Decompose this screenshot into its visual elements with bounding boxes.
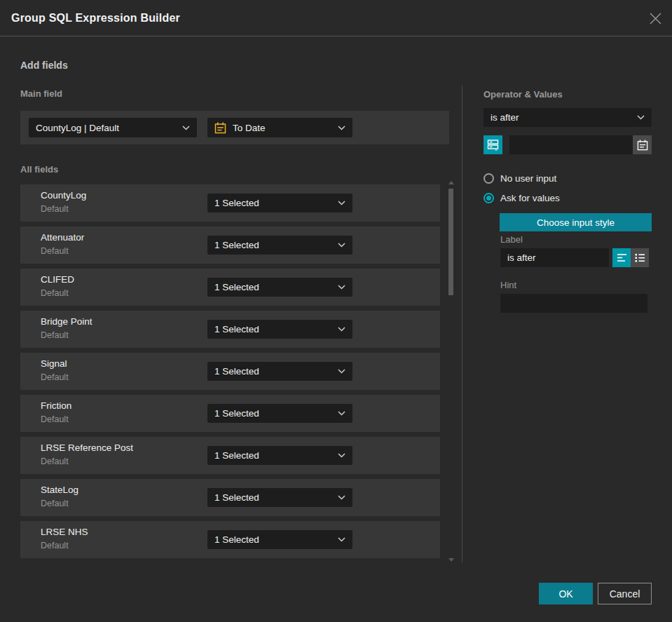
hint-input[interactable]	[500, 294, 647, 313]
field-subtitle: Default	[41, 541, 69, 550]
field-selected-dropdown[interactable]: 1 Selected	[207, 488, 352, 507]
chevron-down-icon	[338, 537, 345, 542]
close-button[interactable]	[645, 8, 665, 28]
radio-label: Ask for values	[500, 193, 560, 203]
radio-circle-icon	[484, 173, 494, 184]
all-fields-label: All fields	[20, 164, 58, 175]
chevron-down-icon	[338, 201, 345, 205]
chevron-down-icon	[182, 126, 190, 130]
field-selected-dropdown[interactable]: 1 Selected	[207, 320, 352, 339]
field-row: LRSE NHS Default 1 Selected	[20, 521, 440, 558]
ok-button[interactable]: OK	[539, 583, 593, 604]
date-picker-button[interactable]	[633, 135, 652, 154]
radio-no-user-input[interactable]: No user input	[484, 172, 556, 184]
chevron-down-icon	[338, 126, 345, 130]
label-field-label: Label	[500, 234, 523, 245]
chevron-down-icon	[338, 495, 345, 500]
close-icon	[650, 13, 661, 25]
field-selected-dropdown[interactable]: 1 Selected	[207, 362, 352, 381]
list-icon	[635, 253, 645, 262]
field-row: StateLog Default 1 Selected	[20, 479, 440, 516]
field-name: CLIFED	[41, 274, 74, 285]
field-selected-dropdown[interactable]: 1 Selected	[207, 236, 352, 255]
hint-field-label: Hint	[500, 280, 516, 290]
fields-list-scrollbar[interactable]	[448, 180, 455, 563]
field-row: LRSE Reference Post Default 1 Selected	[20, 437, 440, 474]
group-sql-expression-builder-dialog: Group SQL Expression Builder Add fields …	[0, 0, 672, 622]
field-subtitle: Default	[41, 414, 69, 424]
chevron-down-icon	[637, 115, 645, 120]
value-input[interactable]	[509, 135, 652, 154]
field-subtitle: Default	[41, 499, 69, 508]
panel-divider	[462, 86, 462, 562]
field-row: Attenuator Default 1 Selected	[20, 227, 440, 264]
field-selected-value: 1 Selected	[214, 198, 338, 208]
field-selected-value: 1 Selected	[214, 534, 338, 545]
field-subtitle: Default	[41, 330, 69, 340]
field-selected-value: 1 Selected	[214, 366, 338, 377]
field-subtitle: Default	[41, 457, 69, 466]
operator-dropdown-value: is after	[491, 112, 637, 123]
dialog-title: Group SQL Expression Builder	[11, 0, 180, 36]
choose-input-style-button[interactable]: Choose input style	[500, 213, 652, 231]
field-selected-value: 1 Selected	[214, 408, 338, 419]
main-date-dropdown[interactable]: To Date	[207, 118, 352, 137]
main-field-dropdown-value: CountyLog | Default	[36, 123, 182, 133]
chevron-down-icon	[338, 285, 345, 290]
scrollbar-thumb[interactable]	[448, 189, 453, 295]
add-fields-heading: Add fields	[20, 60, 68, 71]
align-left-icon	[617, 253, 627, 262]
main-date-dropdown-value: To Date	[233, 123, 338, 133]
operator-dropdown[interactable]: is after	[484, 108, 652, 127]
field-row: CLIFED Default 1 Selected	[20, 269, 440, 306]
list-style-button[interactable]	[631, 248, 649, 267]
field-subtitle: Default	[41, 372, 69, 382]
field-row: CountyLog Default 1 Selected	[20, 184, 440, 222]
field-name: Attenuator	[41, 232, 84, 243]
calendar-icon	[637, 140, 648, 151]
field-name: CountyLog	[41, 190, 86, 201]
field-selected-value: 1 Selected	[214, 324, 338, 334]
label-input[interactable]	[500, 248, 609, 267]
field-selected-dropdown[interactable]: 1 Selected	[207, 194, 352, 212]
main-field-dropdown[interactable]: CountyLog | Default	[29, 118, 197, 137]
chevron-down-icon	[338, 327, 345, 332]
field-selected-dropdown[interactable]: 1 Selected	[207, 404, 352, 423]
field-row: Bridge Point Default 1 Selected	[20, 311, 440, 348]
chevron-down-icon	[338, 369, 345, 374]
field-name: Signal	[41, 358, 67, 369]
field-selected-value: 1 Selected	[214, 240, 338, 250]
field-selected-dropdown[interactable]: 1 Selected	[207, 278, 352, 297]
field-selected-dropdown[interactable]: 1 Selected	[207, 446, 352, 465]
main-field-label: Main field	[20, 88, 62, 99]
field-row: Friction Default 1 Selected	[20, 395, 440, 432]
radio-ask-for-values[interactable]: Ask for values	[484, 191, 560, 204]
all-fields-list: CountyLog Default 1 Selected Attenuator …	[20, 184, 440, 563]
field-name: LRSE NHS	[41, 527, 88, 537]
main-field-strip: CountyLog | Default To Date	[20, 111, 449, 144]
field-selected-value: 1 Selected	[214, 282, 338, 292]
scrollbar-up-arrow-icon[interactable]	[448, 181, 454, 184]
cancel-button[interactable]: Cancel	[598, 583, 652, 604]
radio-circle-icon	[484, 193, 494, 203]
radio-label: No user input	[500, 173, 556, 184]
chevron-down-icon	[338, 411, 345, 416]
field-name: Bridge Point	[41, 316, 92, 327]
operator-values-heading: Operator & Values	[484, 89, 563, 100]
titlebar: Group SQL Expression Builder	[0, 0, 672, 36]
field-name: StateLog	[41, 485, 78, 495]
scrollbar-down-arrow-icon[interactable]	[448, 558, 454, 562]
field-name: LRSE Reference Post	[41, 442, 133, 453]
field-name: Friction	[41, 400, 71, 411]
input-type-button[interactable]	[484, 135, 502, 154]
field-subtitle: Default	[41, 204, 69, 214]
field-selected-value: 1 Selected	[214, 450, 338, 461]
field-subtitle: Default	[41, 288, 69, 298]
calendar-icon	[214, 122, 226, 134]
field-selected-value: 1 Selected	[214, 492, 338, 503]
align-left-style-button[interactable]	[612, 248, 631, 267]
chevron-down-icon	[338, 243, 345, 248]
chevron-down-icon	[338, 453, 345, 458]
field-subtitle: Default	[41, 246, 69, 256]
field-selected-dropdown[interactable]: 1 Selected	[207, 530, 352, 549]
